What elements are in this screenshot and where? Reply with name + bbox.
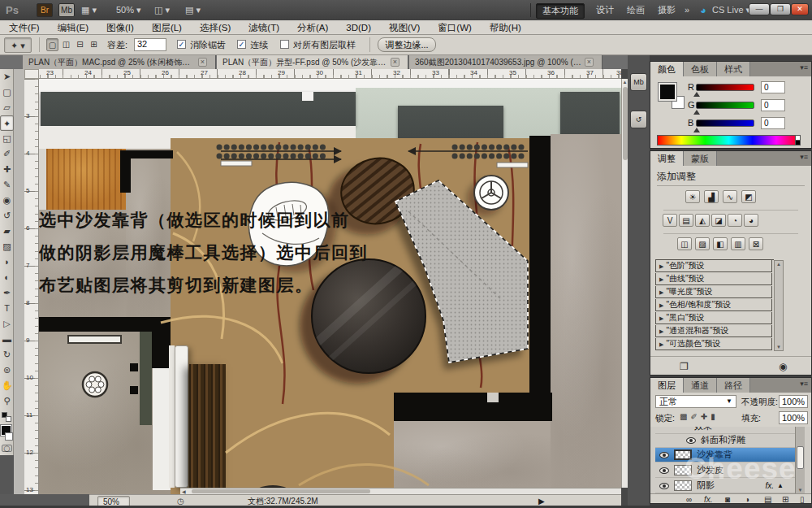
visibility-eye-icon[interactable] [659,452,669,458]
brightness-contrast-icon[interactable]: ☀ [685,190,700,203]
menu-image[interactable]: 图像(I) [97,20,143,35]
menu-analysis[interactable]: 分析(A) [288,20,337,35]
magic-wand-tool[interactable]: ✦ [0,115,14,131]
3d-rotate-tool[interactable]: ↻ [0,347,14,363]
workspace-overflow-icon[interactable]: » [685,0,689,20]
vibrance-icon[interactable]: V [663,214,677,227]
zoom-level-control[interactable]: 50% ▾ [116,0,141,20]
zoom-tool[interactable]: ⚲ [0,393,14,409]
minibridge-dock-button[interactable]: Mb [630,73,647,91]
menu-view[interactable]: 视图(V) [380,20,429,35]
view-extras-icon[interactable]: ▤ ▾ [185,0,201,20]
new-group-icon[interactable]: ▤ [764,495,771,504]
preset-curves[interactable]: ▶"曲线"预设 [655,273,772,285]
spot-healing-brush-tool[interactable]: ✚ [0,162,14,177]
hand-tool[interactable]: ✋ [0,378,14,393]
menu-window[interactable]: 窗口(W) [429,20,481,35]
refine-edge-button[interactable]: 调整边缘... [378,37,436,52]
move-tool[interactable]: ➤ [0,69,14,85]
posterize-icon[interactable]: ▨ [695,237,710,250]
panel-menu-icon[interactable]: ▾≡ [800,380,808,388]
channel-g-slider[interactable] [696,102,754,109]
document-tab-active[interactable]: PLAN（平面）异型-FF.psd @ 50% (沙发靠背, RGB/8) * … [217,55,408,69]
layers-scrollbar[interactable]: ▼ [795,427,805,493]
gradient-map-icon[interactable]: ▥ [731,237,745,250]
horizontal-ruler[interactable]: 2324 2526 2728 2930 3132 3334 3536 3738 [24,69,621,79]
3d-orbit-tool[interactable]: ⊚ [0,363,14,378]
history-brush-tool[interactable]: ↺ [0,208,14,224]
menu-file[interactable]: 文件(F) [0,20,49,35]
history-dock-button[interactable]: ↺ [630,111,647,128]
close-button[interactable]: ✕ [791,3,809,15]
anti-alias-checkbox[interactable]: ✓ [177,40,186,49]
layer-thumbnail[interactable] [674,480,692,491]
channel-b-slider[interactable] [696,119,754,127]
link-layers-icon[interactable]: ∞ [686,495,692,504]
channel-b-value[interactable]: 0 [761,117,785,129]
menu-3d[interactable]: 3D(D) [337,20,380,35]
tab-adjustments[interactable]: 调整 [650,151,684,166]
eyedropper-tool[interactable]: ✐ [0,146,14,162]
preset-levels[interactable]: ▶"色阶"预设 [655,260,772,272]
tab-channels[interactable]: 通道 [684,378,717,393]
scroll-up-icon[interactable]: ▲ [775,261,783,267]
layout-icon[interactable]: ▦ ▾ [81,0,97,20]
expanded-view-icon[interactable]: ❐ [680,361,689,372]
menu-select[interactable]: 选择(S) [191,20,240,35]
menu-filter[interactable]: 滤镜(T) [240,20,288,35]
curves-icon[interactable]: ∿ [723,190,737,203]
eraser-tool[interactable]: ▰ [0,224,14,239]
tab-swatches[interactable]: 色板 [684,62,717,76]
blur-tool[interactable]: ◗ [0,254,14,270]
type-tool[interactable]: T [0,301,14,316]
preset-black-white[interactable]: ▶"黑白"预设 [655,312,772,324]
tolerance-input[interactable]: 32 [134,38,166,51]
background-color-swatch[interactable] [5,432,13,441]
scroll-down-icon[interactable]: ▼ [796,487,805,493]
layer-row-sofa-backrest[interactable]: 沙发靠背 [655,448,795,462]
tab-masks[interactable]: 蒙版 [684,151,717,166]
brush-tool[interactable]: ✎ [0,177,14,193]
scroll-thumb[interactable] [797,446,804,469]
contiguous-checkbox[interactable]: ✓ [237,40,246,49]
selection-mode-new[interactable]: ▢ [46,38,58,51]
panel-menu-icon[interactable]: ▾≡ [800,63,808,72]
workspace-basic[interactable]: 基本功能 [536,3,585,19]
threshold-icon[interactable]: ◧ [713,237,728,250]
hue-saturation-icon[interactable]: ▤ [679,214,693,227]
color-spectrum-ramp[interactable] [657,135,801,145]
tab-layers[interactable]: 图层 [650,378,684,393]
document-tab[interactable]: 360截图20130410174039653.jpg @ 100% (图… × [409,55,603,69]
lasso-tool[interactable]: ▱ [0,100,14,115]
sample-all-layers-checkbox[interactable] [280,40,289,49]
preset-exposure[interactable]: ▶"曝光度"预设 [655,286,772,298]
channel-r-slider[interactable] [696,84,754,91]
pen-tool[interactable]: ✒ [0,285,14,301]
layer-row-sofa-leather[interactable]: 沙发皮 [655,463,795,478]
tool-preset-picker[interactable]: ✦ ▾ [4,37,32,53]
tab-paths[interactable]: 路径 [717,378,750,393]
blend-mode-select[interactable]: 正常 ▼ [655,395,736,408]
adjustment-layer-icon[interactable]: ◑ [745,495,749,504]
clone-stamp-tool[interactable]: ◉ [0,193,14,208]
preset-scrollbar[interactable]: ▲ ▼ [774,260,784,351]
clip-to-layer-icon[interactable]: ◉ [779,361,787,372]
selection-mode-subtract[interactable]: ⊟ [74,38,86,51]
workspace-paint[interactable]: 绘画 [621,3,650,17]
layer-thumbnail[interactable] [674,465,692,475]
levels-icon[interactable]: ▟ [704,190,719,203]
slider-marker[interactable] [693,92,700,97]
path-selection-tool[interactable]: ▷ [0,316,14,332]
black-swatch[interactable] [795,140,801,145]
channel-mixer-icon[interactable]: ◕ [744,214,758,227]
opacity-value[interactable]: 100% [779,395,808,408]
menu-help[interactable]: 帮助(H) [481,20,530,35]
preset-selective-color[interactable]: ▶"可选颜色"预设 [655,338,772,350]
minibridge-button[interactable]: Mb [58,3,75,17]
workspace-photo[interactable]: 摄影 [652,3,681,17]
rectangular-marquee-tool[interactable]: ▢ [0,85,14,100]
tab-close-icon[interactable]: × [585,58,594,67]
visibility-eye-icon[interactable] [659,483,669,489]
gradient-tool[interactable]: ▨ [0,239,14,254]
selective-color-icon[interactable]: ⊠ [749,237,763,250]
